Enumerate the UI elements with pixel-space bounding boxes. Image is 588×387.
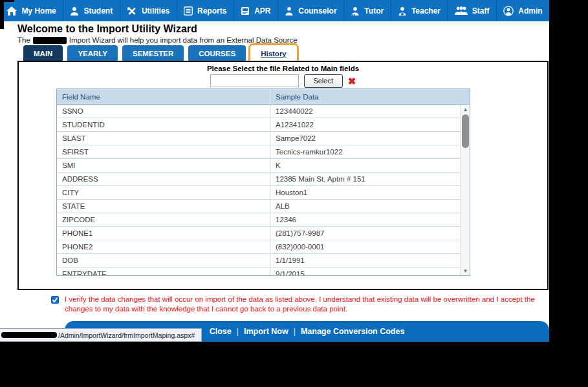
scrollbar-thumb[interactable] xyxy=(462,114,469,148)
table-row: STATEALB xyxy=(57,200,460,213)
nav-item-my-home[interactable]: My Home xyxy=(0,0,63,21)
nav-item-label: Utilities xyxy=(142,6,169,16)
nav-item-student[interactable]: Student xyxy=(63,0,120,21)
file-select-prompt: Please Select the file Related to Main f… xyxy=(19,65,547,72)
column-header-sample-data: Sample Data xyxy=(270,89,470,104)
table-row: SSNO123440022 xyxy=(57,105,460,118)
cell-sample-data: A12341022 xyxy=(270,118,460,131)
home-icon xyxy=(6,6,17,16)
nav-item-staff[interactable]: Staff xyxy=(448,0,496,21)
tab-semester[interactable]: SEMESTER xyxy=(122,45,184,61)
nav-item-label: APR xyxy=(254,6,270,16)
page-subtitle: The Import Wizard will help you import d… xyxy=(17,36,298,44)
scroll-down-icon[interactable]: ▼ xyxy=(461,266,470,275)
page-title: Welcome to the Import Utility Wizard xyxy=(17,23,197,35)
utilities-icon xyxy=(127,6,137,16)
page: My HomeStudentUtilitiesReportsAPRCounsel… xyxy=(0,0,549,342)
subtitle-prefix: The xyxy=(17,36,30,44)
cell-field-name: SFIRST xyxy=(57,145,270,158)
tab-history[interactable]: History xyxy=(250,45,297,61)
nav-item-label: Counselor xyxy=(298,6,336,16)
cell-sample-data: Sampe7022 xyxy=(270,132,460,145)
footer-link-import-now[interactable]: Import Now xyxy=(244,327,289,336)
redaction-box xyxy=(33,37,67,44)
nav-item-teacher[interactable]: Teacher xyxy=(391,0,448,21)
scroll-up-icon[interactable]: ▲ xyxy=(461,105,470,114)
verification-text: I verify the data changes that will occu… xyxy=(65,295,547,314)
footer-link-close[interactable]: Close xyxy=(210,327,232,336)
cell-field-name: ENTRYDATE xyxy=(57,267,270,275)
table-header: Field Name Sample Data xyxy=(57,89,470,105)
table-row: ADDRESS12385 Main St, Aptm # 151 xyxy=(57,173,460,186)
table-row: CITYHouston1 xyxy=(57,186,460,200)
cell-field-name: SSNO xyxy=(57,105,270,118)
nav-item-tutor[interactable]: Tutor xyxy=(344,0,391,21)
table-row: PHONE2(832)000-0001 xyxy=(57,240,460,254)
footer-separator: | xyxy=(237,327,239,336)
verify-checkbox[interactable] xyxy=(51,296,59,304)
cell-field-name: DOB xyxy=(57,254,270,267)
top-nav: My HomeStudentUtilitiesReportsAPRCounsel… xyxy=(0,0,549,21)
table-row: ENTRYDATE9/1/2015 xyxy=(57,267,460,275)
tutor-icon xyxy=(351,6,360,16)
nav-item-label: My Home xyxy=(21,6,56,16)
teacher-icon xyxy=(398,6,407,16)
table-row: SFIRSTTecnics-ramkur1022 xyxy=(57,145,460,159)
tab-courses[interactable]: COURSES xyxy=(188,45,246,61)
select-button[interactable]: Select xyxy=(304,74,343,88)
student-icon xyxy=(70,6,79,16)
cell-sample-data: 1/1/1991 xyxy=(270,254,460,267)
table-row: SLASTSampe7022 xyxy=(57,132,460,145)
cell-field-name: SMI xyxy=(57,159,270,172)
status-bar: /Admin/ImportWizard/frmImportMaping.aspx… xyxy=(0,328,202,342)
wizard-tabs: MAINYEARLYSEMESTERCOURSESHistory xyxy=(23,45,297,61)
cell-sample-data: Tecnics-ramkur1022 xyxy=(270,145,460,158)
table-row: DOB1/1/1991 xyxy=(57,254,460,267)
table-body: SSNO123440022STUDENTIDA12341022SLASTSamp… xyxy=(57,105,460,275)
cell-field-name: CITY xyxy=(57,186,270,199)
cell-sample-data: Houston1 xyxy=(270,186,460,199)
nav-item-reports[interactable]: Reports xyxy=(177,0,234,21)
nav-item-label: Student xyxy=(83,6,113,16)
field-mapping-table: Field Name Sample Data SSNO123440022STUD… xyxy=(56,89,470,276)
tab-main[interactable]: MAIN xyxy=(23,45,63,61)
nav-item-apr[interactable]: APR xyxy=(234,0,278,21)
admin-icon xyxy=(503,6,514,16)
cell-sample-data: ALB xyxy=(270,200,460,213)
frame-corner-vertical xyxy=(0,0,4,29)
table-scrollbar[interactable]: ▲ ▼ xyxy=(460,105,470,275)
nav-item-counselor[interactable]: Counselor xyxy=(278,0,344,21)
subtitle-suffix: Import Wizard will help you import data … xyxy=(69,36,298,44)
nav-item-label: Tutor xyxy=(364,6,384,16)
status-url: /Admin/ImportWizard/frmImportMaping.aspx… xyxy=(58,331,195,339)
tab-yearly[interactable]: YEARLY xyxy=(67,45,118,61)
staff-icon xyxy=(455,6,468,15)
table-row: ZIPCODE12346 xyxy=(57,213,460,227)
file-input[interactable] xyxy=(210,74,299,87)
nav-item-utilities[interactable]: Utilities xyxy=(120,0,177,21)
cell-sample-data: 12385 Main St, Aptm # 151 xyxy=(270,173,460,185)
nav-item-admin[interactable]: Admin xyxy=(497,0,549,21)
clear-file-icon[interactable]: ✖ xyxy=(348,76,356,86)
cell-sample-data: K xyxy=(270,159,460,172)
file-select-row: Select ✖ xyxy=(19,73,547,89)
cell-sample-data: (281)757-9987 xyxy=(270,227,460,240)
cell-field-name: PHONE2 xyxy=(57,240,270,253)
reports-icon xyxy=(184,6,193,16)
footer-link-manage-conversion-codes[interactable]: Manage Conversion Codes xyxy=(301,327,404,336)
nav-item-label: Reports xyxy=(197,6,226,16)
counselor-icon xyxy=(285,6,294,16)
table-row: STUDENTIDA12341022 xyxy=(57,118,460,132)
cell-field-name: SLAST xyxy=(57,132,270,145)
screen: My HomeStudentUtilitiesReportsAPRCounsel… xyxy=(0,0,588,387)
check-icon xyxy=(52,297,58,303)
cell-sample-data: 123440022 xyxy=(270,105,460,118)
footer-separator: | xyxy=(294,327,296,336)
nav-item-label: Staff xyxy=(472,6,490,16)
cell-field-name: ZIPCODE xyxy=(57,213,270,226)
frame-corner-horizontal xyxy=(0,0,14,2)
table-row: SMIK xyxy=(57,159,460,173)
cell-field-name: ADDRESS xyxy=(57,173,270,185)
cell-sample-data: (832)000-0001 xyxy=(270,240,460,253)
wizard-panel: Please Select the file Related to Main f… xyxy=(17,61,549,290)
